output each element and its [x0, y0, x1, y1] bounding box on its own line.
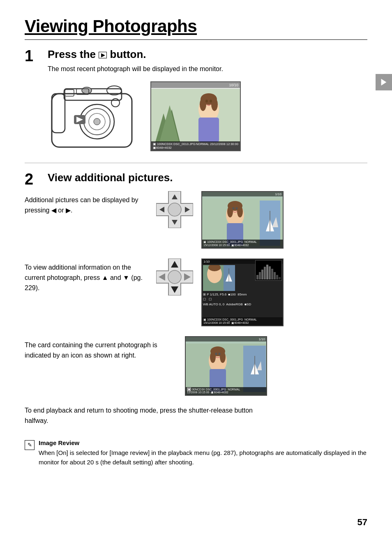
step2-lcd1-top: 1/10 — [202, 192, 283, 196]
step2-lcd1: 1/10 ▣ 100NCD3X DSC_0001.JPG NORMAL 15/1… — [201, 191, 284, 249]
svg-point-25 — [210, 100, 212, 103]
step2-lcd2-histogram — [255, 260, 282, 281]
svg-marker-0 — [381, 79, 387, 86]
svg-rect-67 — [274, 272, 276, 279]
svg-rect-68 — [276, 275, 278, 279]
svg-rect-64 — [266, 265, 268, 279]
play-tab-icon — [379, 78, 388, 87]
svg-point-22 — [200, 98, 206, 111]
step2-lcd2: 1/10 NIKON D3X — [201, 258, 284, 326]
svg-point-80 — [215, 353, 217, 355]
svg-rect-63 — [264, 267, 266, 279]
note-title: Image Review — [39, 439, 367, 446]
step2-lcd2-info: ⊞ P 1/125, F5.6 ■100 85mm ☐ ☐ WB AUTO 0,… — [203, 292, 282, 307]
svg-point-24 — [205, 100, 208, 103]
note-content: Image Review When [On] is selected for [… — [39, 439, 367, 467]
svg-rect-62 — [261, 270, 263, 279]
step1-body: The most recent photograph will be displ… — [48, 64, 223, 74]
step2-para1: Additional pictures can be displayed by … — [25, 191, 148, 216]
svg-point-11 — [82, 87, 92, 94]
svg-rect-14 — [65, 90, 74, 96]
step1-header: 1 Press the ▶ button. The most recent ph… — [25, 48, 367, 74]
svg-point-44 — [236, 207, 238, 210]
svg-rect-66 — [271, 269, 273, 279]
page-title: Viewing Photographs — [25, 16, 367, 36]
step1-content: 10/10 ▣ 100NCD3X DSC_0010.JPG — [48, 81, 367, 151]
svg-rect-69 — [279, 277, 281, 279]
svg-point-41 — [227, 206, 233, 217]
step1-photo — [151, 89, 241, 142]
step2-para2: To view additional information on the cu… — [25, 258, 148, 293]
svg-point-23 — [211, 98, 218, 111]
step2-photo1 — [202, 198, 284, 246]
dpad-icon-1 — [156, 191, 193, 228]
step2-block1: Additional pictures can be displayed by … — [25, 191, 367, 249]
play-tab — [376, 74, 392, 90]
page-number: 57 — [357, 517, 367, 528]
step1-lcd-counter: 10/10 — [151, 82, 240, 88]
step1-lcd: 10/10 ▣ 100NCD3X DSC_0010.JPG — [150, 81, 241, 151]
step2-block3: The card containing the current photogra… — [25, 336, 367, 396]
camera-illustration — [48, 81, 138, 151]
step2-dpad-group2 — [156, 258, 193, 295]
note-icon: ✎ — [25, 440, 35, 450]
step2-para4: To end playback and return to shooting m… — [25, 406, 263, 426]
histogram-svg — [256, 261, 281, 280]
step2-number: 2 — [25, 171, 40, 187]
note-text: When [On] is selected for [Image review]… — [39, 448, 367, 467]
step2-lcd3-top: 1/10 — [186, 337, 266, 342]
step1-number: 1 — [25, 48, 40, 64]
svg-point-78 — [210, 351, 216, 363]
svg-rect-1 — [52, 94, 132, 147]
step1-lcd-info: ▣ 100NCD3X DSC_0010.JPG NORMAL 23/12/200… — [151, 141, 240, 150]
svg-point-42 — [237, 206, 243, 217]
svg-point-47 — [168, 270, 181, 284]
step2-block2: To view additional information on the cu… — [25, 258, 367, 326]
note-box: ✎ Image Review When [On] is selected for… — [25, 439, 367, 467]
step2-lcd3-bottom: ■ 00NCD3X DSC_0001.JPG NORMAL 12/2008 10… — [186, 387, 266, 395]
step2-lcd2-bottom: ▣ 100NCD3X DSC_0001.JPG NORMAL 15/12/200… — [202, 317, 283, 325]
step2-heading: View additional pictures. — [48, 171, 173, 184]
svg-point-81 — [219, 353, 221, 355]
svg-point-79 — [220, 351, 226, 363]
svg-rect-3 — [52, 94, 65, 133]
step2-lcd2-thumb — [203, 265, 235, 291]
svg-rect-61 — [259, 272, 261, 279]
play-button-icon: ▶ — [99, 52, 107, 58]
dpad-icon-2 — [156, 258, 193, 295]
step1-heading: Press the ▶ button. — [48, 48, 223, 61]
step2-photo3 — [186, 344, 267, 392]
top-divider — [25, 39, 367, 40]
step2-lcd1-bottom: ▣ 100NCD3X DSC_0001.JPG NORMAL 15/12/200… — [202, 240, 283, 248]
svg-point-7 — [94, 118, 100, 125]
step2-lcd3: 1/10 ■ 00NCD3X DSC_0001.JPG NORMAL 12/20… — [185, 336, 267, 396]
step2-dpad-group1 — [156, 191, 193, 228]
camera-svg — [48, 81, 138, 151]
svg-point-28 — [168, 203, 181, 216]
step2-para3: The card containing the current photogra… — [25, 336, 177, 361]
svg-rect-60 — [256, 275, 258, 279]
svg-rect-65 — [269, 266, 271, 279]
step2-header: 2 View additional pictures. — [25, 171, 367, 187]
section-divider — [25, 163, 367, 163]
svg-point-43 — [233, 207, 235, 210]
svg-rect-26 — [198, 118, 219, 142]
